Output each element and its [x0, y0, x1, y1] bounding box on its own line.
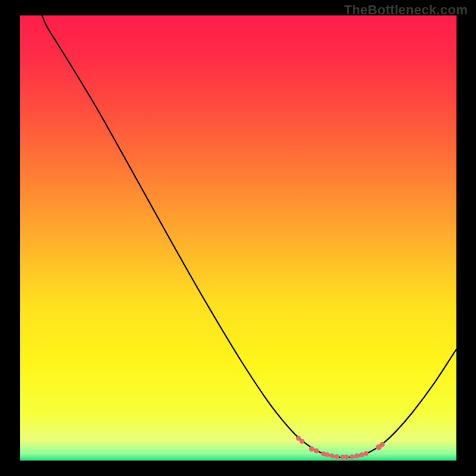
curve-marker: [300, 439, 305, 444]
curve-marker: [314, 448, 319, 453]
curve-marker: [359, 452, 364, 457]
curve-marker: [330, 453, 334, 458]
chart-frame: TheBottleneck.com: [0, 0, 476, 476]
curve-marker: [334, 454, 339, 459]
plot-background: [20, 15, 456, 461]
curve-marker: [325, 452, 330, 457]
curve-marker: [364, 451, 368, 456]
curve-marker: [355, 453, 359, 458]
curve-marker: [344, 455, 349, 459]
curve-marker: [380, 442, 385, 447]
curve-marker: [350, 454, 355, 459]
chart-plot: [20, 15, 456, 461]
watermark-text: TheBottleneck.com: [344, 2, 468, 18]
curve-marker: [309, 446, 314, 452]
